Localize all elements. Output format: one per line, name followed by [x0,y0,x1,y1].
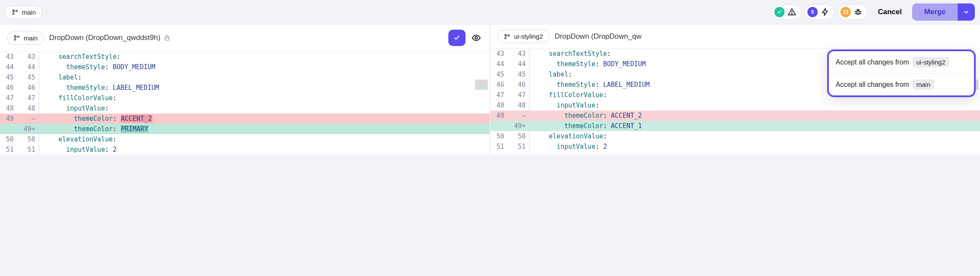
minimap-left[interactable] [475,80,488,90]
check-icon [774,7,785,17]
issues-count-badge: 12 [840,7,851,17]
gutter-new: 43 [508,49,529,59]
svg-point-7 [18,36,19,37]
bug-icon [853,7,863,17]
gutter-old: 48 [0,103,17,113]
indent-guide [39,124,51,134]
merge-button[interactable]: Merge [912,3,958,21]
code-content: themeColor: ACCENT_1 [541,121,642,131]
pane-header-left: main DropDown (DropDown_qwddst9h) [0,25,490,52]
svg-point-11 [505,37,506,39]
svg-point-0 [12,9,14,11]
svg-point-3 [792,14,792,14]
dropdown-item-prefix: Accept all changes from [836,58,909,66]
code-content: themeStyle: BODY_MEDIUM [51,62,155,72]
indent-guide [529,90,541,100]
gutter-old: 45 [490,69,508,80]
gutter-old: 43 [490,49,508,59]
svg-point-2 [16,10,17,12]
gutter-old: 47 [490,90,508,100]
pane-branch-selector-right[interactable]: ui-styling2 [497,30,550,43]
svg-point-5 [14,35,15,37]
indent-guide [39,83,51,93]
indent-guide [529,49,541,59]
accept-all-from-source[interactable]: Accept all changes from main [829,73,974,95]
svg-rect-8 [165,37,169,40]
code-view-left[interactable]: 4343 searchTextStyle:4444 themeStyle: BO… [0,52,490,155]
gutter-old: 45 [0,72,17,83]
status-warnings[interactable]: 5 [805,5,834,19]
indent-guide [39,93,51,103]
code-row: 5050 elevationValue: [490,131,980,141]
code-content: fillColorValue: [51,93,117,103]
preview-left-button[interactable] [470,31,483,44]
chevron-down-icon [963,9,970,15]
code-content: searchTextStyle: [51,52,121,62]
svg-point-1 [12,13,14,14]
status-checks[interactable] [772,5,801,19]
gutter-new: 51 [508,141,529,152]
code-content: elevationValue: [541,131,607,141]
eye-icon [472,33,481,43]
indent-guide [529,59,541,69]
dropdown-item-prefix: Accept all changes from [836,81,909,89]
cancel-button[interactable]: Cancel [872,4,908,20]
gutter-old: 46 [490,80,508,90]
gutter-old: 48 [490,100,508,110]
pane-branch-name: ui-styling2 [514,33,543,40]
code-content: themeColor: ACCENT_2 [541,110,642,121]
accept-left-button[interactable] [448,30,466,46]
gutter-new: 48 [508,100,529,110]
indent-guide [39,72,51,83]
pane-header-right: ui-styling2 DropDown (DropDown_qw [490,25,980,49]
code-row: 4747 fillColorValue: [0,93,490,103]
gutter-new: 45 [17,72,39,83]
accept-all-from-target[interactable]: Accept all changes from ui-styling2 [829,51,974,73]
pane-branch-selector-left[interactable]: main [7,31,44,45]
code-row: 49— themeColor: ACCENT_2 [490,110,980,121]
gutter-new: 50 [17,134,39,144]
code-content: inputValue: [51,103,109,113]
gutter-new: 46 [508,80,529,90]
warning-triangle-icon [787,7,797,17]
indent-guide [529,80,541,90]
bolt-icon [820,7,830,17]
branch-selector[interactable]: main [5,6,43,19]
diff-area: main DropDown (DropDown_qwddst9h) [0,24,980,155]
code-content: inputValue: [541,100,599,110]
svg-point-10 [505,34,506,35]
gutter-old: 43 [0,52,17,62]
code-content: themeStyle: BODY_MEDIUM [541,59,646,69]
gutter-old: 50 [0,134,17,144]
gutter-new: — [17,113,39,124]
branch-icon [12,9,18,15]
code-content: fillColorValue: [541,90,607,100]
gutter-new: 49+ [17,124,39,134]
gutter-old: 44 [490,59,508,69]
status-issues[interactable]: 12 [838,5,867,19]
indent-guide [529,100,541,110]
gutter-old: 46 [0,83,17,93]
code-content: themeColor: ACCENT_2 [51,113,152,124]
gutter-old: 47 [0,93,17,103]
pane-title-left: DropDown (DropDown_qwddst9h) [49,34,171,42]
branch-name: main [22,9,36,16]
indent-guide [39,103,51,113]
indent-guide [529,141,541,152]
branch-chip: ui-styling2 [913,57,950,67]
code-row: 49— themeColor: ACCENT_2 [0,113,490,124]
code-content: themeStyle: LABEL_MEDIUM [51,83,159,93]
gutter-new: 45 [508,69,529,80]
lock-icon [164,34,170,41]
code-row: 4848 inputValue: [490,100,980,110]
code-row: 4343 searchTextStyle: [0,52,490,62]
gutter-old: 51 [490,141,508,152]
indent-guide [529,110,541,121]
gutter-new: — [508,110,529,121]
pane-branch-name: main [24,34,38,42]
code-content: label: [51,72,82,83]
pane-title-right: DropDown (DropDown_qw [555,32,642,41]
pane-left: main DropDown (DropDown_qwddst9h) [0,25,490,155]
merge-caret-button[interactable] [958,3,975,21]
code-content: inputValue: 2 [541,141,607,152]
